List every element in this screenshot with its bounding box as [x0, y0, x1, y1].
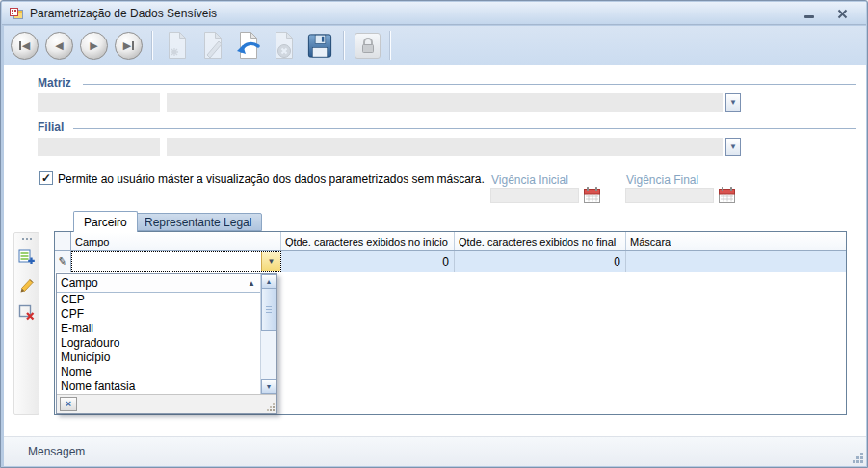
- dropdown-column-header[interactable]: Campo ▲: [57, 274, 260, 293]
- edit-pencil-indicator-icon: ✎: [57, 254, 67, 268]
- first-record-arrow-icon: ◀: [22, 39, 30, 52]
- first-record-button[interactable]: ◀: [11, 32, 39, 60]
- app-icon: [9, 6, 24, 21]
- matriz-dropdown-button[interactable]: ▼: [725, 93, 741, 112]
- delete-row-button[interactable]: [16, 301, 38, 323]
- column-header-qtde-final[interactable]: Qtde. caracteres exibidos no final: [455, 232, 626, 250]
- matriz-code-field: [38, 93, 160, 112]
- dropdown-item-nome[interactable]: Nome: [57, 365, 260, 379]
- dropdown-scrollbar[interactable]: ▲ ▼: [260, 274, 276, 394]
- filial-group-line: [73, 128, 856, 129]
- vigencia-final-calendar-button[interactable]: [718, 186, 736, 204]
- new-record-button[interactable]: [163, 29, 192, 62]
- grid-corner-header[interactable]: [55, 232, 71, 250]
- minimize-button[interactable]: [801, 6, 818, 21]
- qtde-final-cell[interactable]: 0: [455, 251, 626, 272]
- status-message: Mensagem: [28, 445, 85, 458]
- undo-arrow-icon: [234, 30, 263, 62]
- client-area: ◀ ◀ ▶ ▶: [4, 26, 866, 466]
- window-title: Parametrização de Dados Sensíveis: [30, 7, 217, 20]
- next-record-button[interactable]: ▶: [80, 32, 108, 60]
- campo-cell-editor[interactable]: ▼: [71, 251, 281, 272]
- edit-document-icon: [198, 30, 227, 62]
- dropdown-item-cep[interactable]: CEP: [57, 293, 260, 307]
- toolbar-separator: [390, 31, 391, 60]
- master-view-checkbox[interactable]: ✓: [39, 171, 53, 185]
- last-record-button[interactable]: ▶: [115, 32, 143, 60]
- campo-cell-dropdown-button[interactable]: ▼: [261, 252, 280, 271]
- previous-record-button[interactable]: ◀: [45, 32, 73, 60]
- scroll-down-button[interactable]: ▼: [261, 379, 276, 394]
- edit-row-button[interactable]: [16, 273, 38, 295]
- clear-filter-button[interactable]: ×: [60, 397, 77, 411]
- matriz-description-field: [167, 93, 723, 112]
- window-resize-grip[interactable]: [852, 452, 863, 463]
- cancel-circle-icon: [270, 30, 299, 62]
- dropdown-item-municipio[interactable]: Município: [57, 351, 260, 365]
- column-header-qtde-inicio[interactable]: Qtde. caracteres exibidos no início: [281, 232, 455, 250]
- column-header-campo[interactable]: Campo: [71, 232, 281, 250]
- padlock-icon: [357, 35, 379, 56]
- calendar-icon: [718, 186, 736, 204]
- campo-cell-input[interactable]: [74, 252, 259, 271]
- toolbar-grip[interactable]: [22, 238, 24, 240]
- dropdown-item-logradouro[interactable]: Logradouro: [57, 336, 260, 351]
- filial-description-field: [167, 138, 723, 156]
- sort-ascending-icon: ▲: [248, 279, 255, 288]
- last-record-icon: [132, 41, 134, 50]
- close-icon: [837, 9, 848, 19]
- status-bar: Mensagem: [4, 436, 866, 466]
- vigencia-final-label: Vigência Final: [626, 173, 698, 187]
- master-view-label: Permite ao usuário máster a visualização…: [58, 172, 485, 186]
- dropdown-resize-grip[interactable]: [266, 403, 275, 411]
- tab-representante-legal[interactable]: Representante Legal: [134, 213, 262, 231]
- calendar-icon: [583, 186, 601, 204]
- main-toolbar: ◀ ◀ ▶ ▶: [4, 26, 866, 65]
- dropdown-header-label: Campo: [61, 276, 98, 290]
- vigencia-inicial-calendar-button[interactable]: [583, 186, 601, 204]
- clear-filter-icon: ×: [66, 399, 71, 409]
- scroll-down-icon: ▼: [266, 383, 273, 390]
- delete-row-icon: [17, 303, 36, 322]
- vigencia-final-input[interactable]: [625, 188, 714, 203]
- row-header-cell[interactable]: ✎: [55, 251, 71, 272]
- campo-dropdown-popup: Campo ▲ CEP CPF E-mail Logradouro Municí…: [56, 273, 277, 414]
- scroll-up-icon: ▲: [266, 278, 273, 285]
- dropdown-item-email[interactable]: E-mail: [57, 322, 260, 336]
- new-document-icon: [163, 30, 192, 62]
- vigencia-inicial-label: Vigência Inicial: [491, 173, 568, 187]
- edit-record-button[interactable]: [198, 29, 227, 62]
- title-bar: Parametrização de Dados Sensíveis: [2, 2, 866, 25]
- undo-changes-button[interactable]: [234, 29, 263, 62]
- edit-pencil-icon: [17, 275, 36, 294]
- matriz-group-label: Matriz: [38, 76, 71, 90]
- security-lock-button[interactable]: [355, 33, 381, 59]
- column-header-mascara[interactable]: Máscara: [626, 232, 846, 250]
- tab-label: Parceiro: [84, 216, 127, 229]
- toolbar-separator: [344, 31, 345, 60]
- vigencia-inicial-input[interactable]: [490, 188, 579, 203]
- filial-dropdown-button[interactable]: ▼: [725, 138, 741, 156]
- first-record-icon: [19, 41, 21, 50]
- save-floppy-icon: [305, 31, 334, 61]
- scroll-up-button[interactable]: ▲: [261, 274, 276, 289]
- mascara-cell[interactable]: [626, 251, 846, 272]
- checkmark-icon: ✓: [41, 172, 51, 184]
- grid-header-row: Campo Qtde. caracteres exibidos no iníci…: [55, 232, 846, 251]
- next-record-icon: ▶: [90, 39, 97, 52]
- filial-group-label: Filial: [38, 120, 64, 134]
- cancel-record-button[interactable]: [270, 29, 299, 62]
- qtde-inicio-cell[interactable]: 0: [281, 251, 455, 272]
- scrollbar-thumb[interactable]: [261, 289, 276, 331]
- grid-edit-row: ✎ ▼ 0 0: [55, 251, 846, 272]
- dropdown-item-nome-fantasia[interactable]: Nome fantasia: [57, 379, 260, 394]
- add-row-icon: [17, 247, 36, 266]
- previous-record-icon: ◀: [55, 39, 63, 52]
- dropdown-item-cpf[interactable]: CPF: [57, 307, 260, 322]
- tab-parceiro[interactable]: Parceiro: [73, 211, 138, 232]
- close-button[interactable]: [833, 6, 851, 21]
- toolbar-separator: [152, 31, 153, 60]
- save-record-button[interactable]: [305, 29, 334, 62]
- chevron-down-icon: ▼: [268, 257, 276, 266]
- add-row-button[interactable]: [16, 246, 38, 267]
